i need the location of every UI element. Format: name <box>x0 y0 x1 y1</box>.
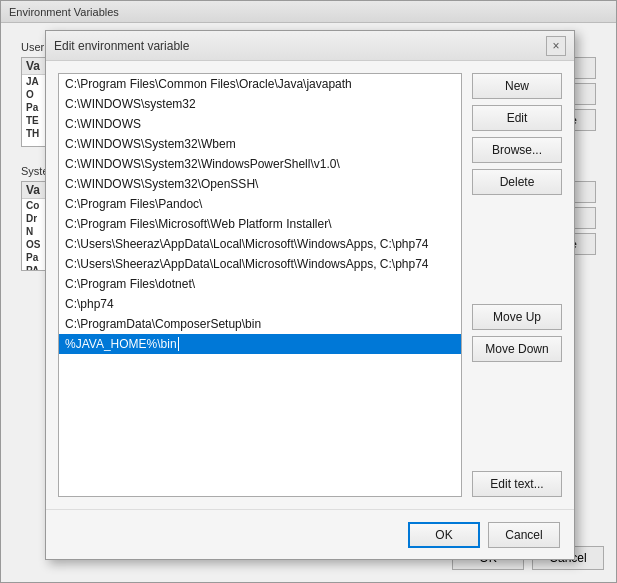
move-down-button[interactable]: Move Down <box>472 336 562 362</box>
action-buttons-panel: New Edit Browse... Delete Move Up Move D… <box>472 73 562 497</box>
move-up-button[interactable]: Move Up <box>472 304 562 330</box>
editing-text: %JAVA_HOME%\bin <box>65 337 177 351</box>
browse-button[interactable]: Browse... <box>472 137 562 163</box>
button-spacer-2 <box>472 368 562 465</box>
list-item[interactable]: C:\Program Files\dotnet\ <box>59 274 461 294</box>
list-item[interactable]: C:\ProgramData\ComposerSetup\bin <box>59 314 461 334</box>
dialog-title: Edit environment variable <box>54 39 189 53</box>
new-button[interactable]: New <box>472 73 562 99</box>
button-spacer <box>472 201 562 298</box>
dialog-body: C:\Program Files\Common Files\Oracle\Jav… <box>46 61 574 509</box>
list-item[interactable]: C:\Users\Sheeraz\AppData\Local\Microsoft… <box>59 234 461 254</box>
list-item[interactable]: C:\Program Files\Common Files\Oracle\Jav… <box>59 74 461 94</box>
list-item[interactable]: C:\WINDOWS\System32\WindowsPowerShell\v1… <box>59 154 461 174</box>
dialog-footer: OK Cancel <box>46 509 574 559</box>
edit-text-button[interactable]: Edit text... <box>472 471 562 497</box>
edit-env-dialog: Edit environment variable × C:\Program F… <box>45 30 575 560</box>
dialog-cancel-button[interactable]: Cancel <box>488 522 560 548</box>
list-item[interactable]: C:\WINDOWS\System32\OpenSSH\ <box>59 174 461 194</box>
list-item[interactable]: C:\Program Files\Microsoft\Web Platform … <box>59 214 461 234</box>
list-item[interactable]: C:\Users\Sheeraz\AppData\Local\Microsoft… <box>59 254 461 274</box>
list-item[interactable]: C:\WINDOWS\System32\Wbem <box>59 134 461 154</box>
list-item-editing[interactable]: %JAVA_HOME%\bin <box>59 334 461 354</box>
bg-window-title: Environment Variables <box>9 6 119 18</box>
cursor <box>178 337 179 351</box>
path-list[interactable]: C:\Program Files\Common Files\Oracle\Jav… <box>58 73 462 497</box>
list-item[interactable]: C:\php74 <box>59 294 461 314</box>
list-item[interactable]: C:\WINDOWS\system32 <box>59 94 461 114</box>
list-item[interactable]: C:\WINDOWS <box>59 114 461 134</box>
dialog-ok-button[interactable]: OK <box>408 522 480 548</box>
dialog-titlebar: Edit environment variable × <box>46 31 574 61</box>
dialog-close-button[interactable]: × <box>546 36 566 56</box>
bg-titlebar: Environment Variables <box>1 1 616 23</box>
edit-button[interactable]: Edit <box>472 105 562 131</box>
delete-button[interactable]: Delete <box>472 169 562 195</box>
list-item[interactable]: C:\Program Files\Pandoc\ <box>59 194 461 214</box>
